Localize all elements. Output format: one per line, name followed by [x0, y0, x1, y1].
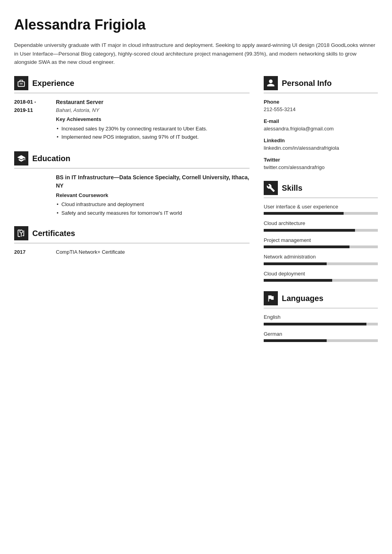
personal-info-icon: [264, 76, 278, 90]
experience-dates: 2018-01 - 2019-11: [14, 98, 50, 142]
languages-icon: [264, 291, 278, 305]
candidate-name: Alessandra Frigiola: [14, 14, 378, 35]
linkedin-field: LinkedIn linkedin.com/in/alessandrafrigi…: [264, 137, 378, 152]
certificates-title: Certificates: [32, 227, 75, 239]
achievements-list: Increased sales by 230% by connecting re…: [56, 125, 250, 141]
experience-icon: [14, 76, 28, 90]
degree-title: BS in IT Infrastructure—Data Science Spe…: [56, 173, 250, 190]
twitter-value: twitter.com/alessandrafrigo: [264, 164, 378, 171]
briefcase-svg: [17, 79, 26, 87]
job-title: Restaurant Server: [56, 98, 250, 106]
graduation-cap-svg: [17, 154, 26, 163]
email-field: E-mail alessandra.frigiola@gmail.com: [264, 117, 378, 133]
skill-bar-bg: [264, 245, 378, 248]
skill-item: Network administration: [264, 253, 378, 265]
cert-name: CompTIA Network+ Certificate: [56, 248, 125, 256]
skill-bar-fill: [264, 262, 327, 265]
experience-content: Restaurant Server Bahari, Astoria, NY Ke…: [56, 98, 250, 142]
languages-title: Languages: [282, 292, 324, 304]
lang-bar-bg: [264, 339, 378, 342]
linkedin-value: linkedin.com/in/alessandrafrigiola: [264, 144, 378, 152]
personal-info-header: Personal Info: [264, 76, 378, 93]
skill-name: Network administration: [264, 253, 378, 261]
flag-svg: [266, 294, 275, 303]
skill-item: Cloud architecture: [264, 219, 378, 232]
skill-bar-bg: [264, 262, 378, 265]
certificates-section: Certificates 2017 CompTIA Network+ Certi…: [14, 226, 250, 256]
experience-header: Experience: [14, 76, 250, 93]
twitter-field: Twitter twitter.com/alessandrafrigo: [264, 156, 378, 171]
coursework-item: Cloud infrastructure and deployment: [56, 201, 250, 208]
skill-item: User interface & user experience: [264, 203, 378, 215]
coursework-list: Cloud infrastructure and deployment Safe…: [56, 201, 250, 217]
achievement-item: Implemented new POS integration, saving …: [56, 133, 250, 141]
achievements-title: Key Achievements: [56, 115, 250, 123]
resume-page: Alessandra Frigiola Dependable universit…: [0, 0, 392, 554]
skill-bar-bg: [264, 279, 378, 282]
languages-list: English German: [264, 313, 378, 342]
lang-bar-fill: [264, 339, 327, 342]
right-column: Personal Info Phone 212-555-3214 E-mail …: [264, 76, 378, 352]
personal-info-title: Personal Info: [282, 77, 332, 89]
lang-name: English: [264, 313, 378, 321]
skills-header: Skills: [264, 181, 378, 198]
skill-bar-bg: [264, 229, 378, 232]
skill-bar-fill: [264, 279, 332, 282]
personal-info-section: Personal Info Phone 212-555-3214 E-mail …: [264, 76, 378, 171]
skill-name: Project management: [264, 236, 378, 244]
phone-label: Phone: [264, 98, 378, 106]
email-value: alessandra.frigiola@gmail.com: [264, 125, 378, 133]
experience-title: Experience: [32, 77, 74, 89]
experience-section: Experience 2018-01 - 2019-11 Restaurant …: [14, 76, 250, 142]
email-label: E-mail: [264, 117, 378, 125]
skill-bar-bg: [264, 212, 378, 215]
coursework-item: Safety and security measures for tomorro…: [56, 209, 250, 217]
skill-bar-fill: [264, 212, 344, 215]
education-icon: [14, 151, 28, 165]
certificate-entry: 2017 CompTIA Network+ Certificate: [14, 248, 250, 256]
education-section: Education BS in IT Infrastructure—Data S…: [14, 151, 250, 217]
certificate-svg: [17, 229, 26, 238]
skills-section: Skills User interface & user experience …: [264, 181, 378, 282]
summary-text: Dependable university graduate with IT m…: [14, 41, 378, 67]
education-header: Education: [14, 151, 250, 169]
skill-item: Project management: [264, 236, 378, 249]
cert-year: 2017: [14, 248, 50, 256]
skill-item: Cloud deployment: [264, 270, 378, 282]
linkedin-label: LinkedIn: [264, 137, 378, 145]
lang-name: German: [264, 330, 378, 338]
language-item: German: [264, 330, 378, 342]
experience-entry: 2018-01 - 2019-11 Restaurant Server Baha…: [14, 98, 250, 142]
lang-bar-fill: [264, 323, 366, 325]
skills-title: Skills: [282, 182, 302, 194]
phone-value: 212-555-3214: [264, 106, 378, 113]
left-column: Experience 2018-01 - 2019-11 Restaurant …: [14, 76, 250, 352]
languages-section: Languages English German: [264, 291, 378, 342]
skill-bar-fill: [264, 229, 355, 232]
education-title: Education: [32, 152, 70, 164]
phone-field: Phone 212-555-3214: [264, 98, 378, 113]
twitter-label: Twitter: [264, 156, 378, 164]
skill-name: Cloud architecture: [264, 219, 378, 227]
skills-icon: [264, 181, 278, 195]
lang-bar-bg: [264, 323, 378, 325]
company-name: Bahari, Astoria, NY: [56, 106, 250, 114]
certificates-header: Certificates: [14, 226, 250, 244]
skill-name: Cloud deployment: [264, 270, 378, 278]
skill-name: User interface & user experience: [264, 203, 378, 211]
achievement-item: Increased sales by 230% by connecting re…: [56, 125, 250, 133]
certificates-icon: [14, 226, 28, 240]
two-column-layout: Experience 2018-01 - 2019-11 Restaurant …: [14, 76, 378, 352]
person-svg: [266, 79, 275, 87]
skills-list: User interface & user experience Cloud a…: [264, 203, 378, 282]
language-item: English: [264, 313, 378, 325]
skill-bar-fill: [264, 245, 349, 248]
education-content: BS in IT Infrastructure—Data Science Spe…: [14, 173, 250, 217]
languages-header: Languages: [264, 291, 378, 309]
skills-svg: [266, 184, 275, 192]
personal-info-fields: Phone 212-555-3214 E-mail alessandra.fri…: [264, 98, 378, 171]
coursework-title: Relevant Coursework: [56, 191, 250, 199]
